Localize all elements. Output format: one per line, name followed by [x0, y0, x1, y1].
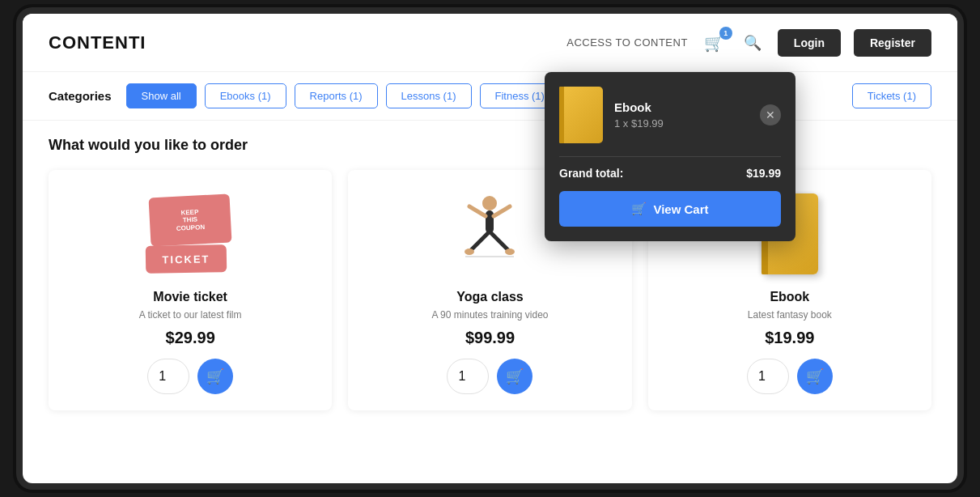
- register-button[interactable]: Register: [854, 29, 931, 57]
- add-to-cart-movie-ticket[interactable]: 🛒: [197, 359, 233, 394]
- qty-input-movie-ticket[interactable]: [147, 359, 189, 394]
- ticket-stub-text: KEEPTHISCOUPON: [176, 207, 206, 232]
- categories-bar: Categories Show all Ebooks (1) Reports (…: [23, 72, 957, 121]
- product-price-yoga-class: $99.99: [465, 329, 515, 347]
- product-desc-ebook: Latest fantasy book: [748, 309, 832, 321]
- cart-item-info: Ebook 1 x $19.99: [614, 100, 749, 130]
- svg-point-7: [505, 248, 515, 255]
- view-cart-button[interactable]: 🛒 View Cart: [559, 191, 781, 227]
- access-label: ACCESS TO CONTENT: [566, 36, 688, 49]
- svg-point-6: [465, 248, 474, 255]
- svg-line-3: [494, 206, 510, 216]
- cart-item-qty-price: 1 x $19.99: [614, 117, 749, 130]
- ticket-stub: KEEPTHISCOUPON: [149, 193, 232, 246]
- cart-badge: 1: [719, 27, 732, 40]
- product-name-movie-ticket: Movie ticket: [153, 290, 227, 304]
- cart-divider: [559, 156, 781, 157]
- ticket-main: TICKET: [146, 244, 227, 274]
- cart-item-thumb-spine: [559, 87, 564, 143]
- cart-button[interactable]: 🛒 1: [701, 30, 728, 56]
- section-title: What would you like to order: [49, 137, 931, 154]
- ticket-illustration: KEEPTHISCOUPON TICKET: [146, 196, 235, 273]
- cart-total-row: Grand total: $19.99: [559, 167, 781, 180]
- search-button[interactable]: 🔍: [740, 31, 765, 55]
- product-actions-yoga-class: 🛒: [447, 359, 532, 394]
- login-button[interactable]: Login: [778, 29, 841, 57]
- product-price-ebook: $19.99: [765, 329, 814, 347]
- product-image-yoga-class: [461, 189, 518, 278]
- categories-label: Categories: [49, 89, 112, 103]
- svg-line-4: [471, 233, 488, 250]
- add-to-cart-ebook[interactable]: 🛒: [797, 359, 833, 394]
- cart-dropdown: Ebook 1 x $19.99 ✕ Grand total: $19.99 🛒…: [545, 72, 795, 241]
- product-name-yoga-class: Yoga class: [456, 290, 523, 304]
- add-to-cart-yoga-class[interactable]: 🛒: [497, 359, 532, 394]
- cart-grand-total-label: Grand total:: [559, 167, 623, 180]
- app-screen: CONTENTI ACCESS TO CONTENT 🛒 1 🔍 Login R…: [23, 14, 957, 483]
- cart-item-name: Ebook: [614, 100, 749, 114]
- header-right: ACCESS TO CONTENT 🛒 1 🔍 Login Register: [566, 29, 931, 57]
- svg-point-0: [482, 196, 497, 210]
- cart-item-thumbnail: [559, 87, 603, 143]
- svg-line-5: [491, 233, 508, 250]
- product-actions-movie-ticket: 🛒: [147, 359, 233, 394]
- product-name-ebook: Ebook: [770, 290, 809, 304]
- view-cart-icon: 🛒: [631, 202, 647, 216]
- view-cart-label: View Cart: [653, 202, 708, 216]
- category-reports[interactable]: Reports (1): [295, 83, 378, 108]
- cart-item-remove-button[interactable]: ✕: [760, 104, 781, 125]
- product-desc-yoga-class: A 90 minutes training video: [431, 309, 548, 321]
- yoga-illustration: [461, 193, 518, 274]
- svg-rect-1: [486, 210, 494, 233]
- logo: CONTENTI: [49, 32, 146, 53]
- main-content: What would you like to order KEEPTHISCOU…: [23, 121, 957, 427]
- svg-line-2: [469, 206, 486, 216]
- ticket-main-text: TICKET: [163, 252, 210, 265]
- qty-input-yoga-class[interactable]: [447, 359, 489, 394]
- category-lessons[interactable]: Lessons (1): [386, 83, 472, 108]
- product-card-movie-ticket: KEEPTHISCOUPON TICKET Movie ticket A tic…: [49, 170, 332, 410]
- cart-grand-total-value: $19.99: [746, 167, 781, 180]
- header: CONTENTI ACCESS TO CONTENT 🛒 1 🔍 Login R…: [23, 14, 957, 72]
- qty-input-ebook[interactable]: [747, 359, 789, 394]
- category-tickets[interactable]: Tickets (1): [852, 83, 931, 108]
- product-desc-movie-ticket: A ticket to our latest film: [139, 309, 242, 321]
- cart-item: Ebook 1 x $19.99 ✕: [559, 87, 781, 143]
- products-grid: KEEPTHISCOUPON TICKET Movie ticket A tic…: [49, 170, 931, 410]
- category-ebooks[interactable]: Ebooks (1): [205, 83, 286, 108]
- category-show-all[interactable]: Show all: [126, 83, 197, 108]
- product-price-movie-ticket: $29.99: [166, 329, 215, 347]
- product-image-movie-ticket: KEEPTHISCOUPON TICKET: [146, 189, 235, 278]
- product-actions-ebook: 🛒: [747, 359, 833, 394]
